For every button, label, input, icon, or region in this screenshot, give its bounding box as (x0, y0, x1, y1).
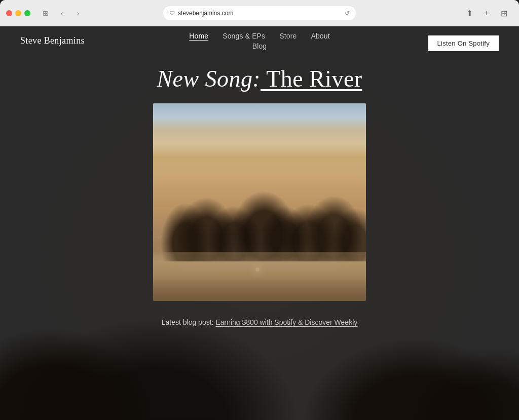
refresh-button[interactable]: ↺ (345, 10, 350, 17)
nav-home[interactable]: Home (189, 32, 208, 40)
album-art[interactable] (153, 103, 366, 301)
browser-actions: ⬆ + ⊞ (462, 6, 513, 20)
nav-about[interactable]: About (311, 32, 329, 40)
album-art-image (153, 103, 366, 301)
navigation: Steve Benjamins Home Songs & EPs Store A… (0, 26, 519, 55)
url-text: stevebenjamins.com (178, 10, 233, 17)
forward-button[interactable]: › (71, 6, 85, 20)
grid-button[interactable]: ⊞ (497, 6, 511, 20)
main-content: New Song: The River Latest blog post: Ea… (0, 55, 519, 326)
website: Steve Benjamins Home Songs & EPs Store A… (0, 26, 519, 420)
back-button[interactable]: ‹ (55, 6, 69, 20)
address-bar[interactable]: 🛡 stevebenjamins.com ↺ (163, 6, 356, 20)
nav-row-2: Blog (252, 42, 267, 50)
nav-songs[interactable]: Songs & EPs (223, 32, 265, 40)
share-button[interactable]: ⬆ (462, 6, 476, 20)
close-button[interactable] (6, 10, 12, 16)
site-logo[interactable]: Steve Benjamins (20, 35, 85, 46)
blog-post-prefix: Latest blog post: (162, 318, 214, 326)
address-bar-container: 🛡 stevebenjamins.com ↺ (163, 6, 356, 20)
browser-controls: ⊞ ‹ › (39, 6, 85, 20)
maximize-button[interactable] (24, 10, 30, 16)
minimize-button[interactable] (15, 10, 21, 16)
nav-links: Home Songs & EPs Store About Blog (189, 32, 329, 50)
nav-row-1: Home Songs & EPs Store About (189, 32, 329, 40)
spotify-button[interactable]: Listen On Spotify (428, 35, 499, 51)
water-layer (153, 252, 366, 301)
browser-chrome: ⊞ ‹ › 🛡 stevebenjamins.com ↺ ⬆ + ⊞ (0, 0, 519, 26)
traffic-lights (6, 10, 30, 16)
security-icon: 🛡 (169, 10, 175, 16)
nav-store[interactable]: Store (279, 32, 296, 40)
nav-blog[interactable]: Blog (252, 42, 267, 50)
blog-post-section: Latest blog post: Earning $800 with Spot… (162, 318, 358, 326)
new-tab-button[interactable]: + (479, 6, 494, 20)
tree-dark-bg (153, 173, 366, 262)
reflection-dot (255, 268, 260, 272)
blog-post-link[interactable]: Earning $800 with Spotify & Discover Wee… (215, 318, 357, 326)
sidebar-toggle-button[interactable]: ⊞ (39, 6, 53, 20)
title-italic: New Song: (157, 66, 261, 92)
title-main: The River (261, 66, 362, 92)
page-title: New Song: The River (157, 65, 362, 92)
tree-silhouettes (153, 173, 366, 262)
